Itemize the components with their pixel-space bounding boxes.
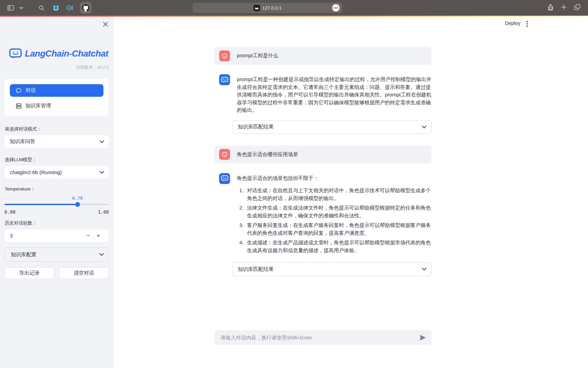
- tab-github-icon[interactable]: [80, 2, 92, 14]
- tab-favicon-bookmark-icon[interactable]: [51, 3, 60, 12]
- assistant-bubble-icon: [221, 175, 228, 182]
- nav-item-label: 对话: [26, 87, 36, 94]
- slider-thumb[interactable]: [75, 202, 80, 207]
- list-item: 法律文件生成：在生成法律文件时，角色提示可以帮助模型根据特定的任务和角色生成相应…: [245, 204, 431, 219]
- sidebar-toggle-icon[interactable]: [6, 3, 15, 12]
- send-icon[interactable]: [418, 333, 427, 342]
- main-menu-icon[interactable]: [524, 20, 530, 27]
- user-avatar: [219, 50, 230, 61]
- dialogue-mode-label: 请选择对话模式：: [4, 126, 109, 132]
- address-bar[interactable]: 127.0.0.1 •••: [193, 3, 342, 13]
- browser-toolbar: 127.0.0.1 •••: [0, 0, 588, 16]
- url-text: 127.0.0.1: [262, 5, 281, 11]
- chevron-down-icon: [100, 140, 104, 143]
- chevron-down-icon: [99, 253, 104, 256]
- share-icon[interactable]: [548, 4, 554, 12]
- nav-menu: 对话 知识库管理: [4, 79, 109, 116]
- temperature-slider[interactable]: 0.70 0.00 1.00: [4, 195, 109, 214]
- decrement-button[interactable]: −: [83, 232, 93, 239]
- search-icon[interactable]: [37, 3, 46, 12]
- sidebar-close-icon[interactable]: [102, 21, 109, 28]
- address-more-icon[interactable]: •••: [332, 4, 340, 12]
- assistant-message-text: 角色提示适合的场景包括但不限于：: [237, 174, 431, 182]
- temperature-label: Temperature：: [4, 186, 109, 192]
- user-message-text: 角色提示适合哪些应用场景: [237, 151, 298, 158]
- assistant-bubble-icon: [221, 77, 228, 83]
- chevron-down-icon[interactable]: [18, 3, 24, 12]
- database-icon: [16, 103, 22, 109]
- slider-fill: [4, 204, 78, 205]
- user-avatar: [219, 149, 230, 160]
- user-face-icon: [221, 52, 228, 59]
- assistant-scenario-list: 对话生成：在自然且与上下文相关的对话中，角色提示技术可以帮助模型生成多个角色之间…: [237, 187, 431, 254]
- assistant-message: 角色提示适合的场景包括但不限于： 对话生成：在自然且与上下文相关的对话中，角色提…: [214, 173, 431, 257]
- version-label: 当前版本：v0.2.4: [4, 65, 109, 71]
- kb-config-label: 知识库配置: [11, 251, 36, 258]
- chat-input[interactable]: [220, 335, 418, 340]
- deploy-button[interactable]: Deploy: [505, 20, 520, 26]
- temperature-min: 0.00: [4, 209, 16, 215]
- assistant-avatar: [219, 74, 230, 85]
- increment-button[interactable]: +: [93, 232, 103, 239]
- list-item: 对话生成：在自然且与上下文相关的对话中，角色提示技术可以帮助模型生成多个角色之间…: [245, 187, 431, 202]
- chat-icon: [16, 88, 22, 94]
- list-item: 生成描述：在生成产品描述或文章时，角色提示可以帮助模型根据市场代表的角色生成具有…: [245, 239, 431, 254]
- user-message-text: prompt工程是什么: [237, 52, 278, 59]
- sidebar: LangChain-Chatchat 当前版本：v0.2.4 对话 知识库管理 …: [0, 17, 114, 368]
- user-face-icon: [221, 151, 228, 158]
- user-message: prompt工程是什么: [214, 47, 431, 65]
- temperature-max: 1.00: [98, 209, 109, 215]
- new-tab-icon[interactable]: [561, 4, 567, 11]
- assistant-message-text: prompt工程是一种创建提示或指导以生成特定输出的过程，允许用户控制模型的输出…: [237, 74, 431, 114]
- app-root: 127.0.0.1 •••: [0, 0, 588, 368]
- assistant-avatar: [219, 173, 230, 184]
- chevron-down-icon: [422, 268, 426, 271]
- kb-match-label: 知识库匹配结果: [238, 124, 274, 130]
- tab-overview-icon[interactable]: [574, 4, 581, 12]
- history-rounds-value: 3: [10, 233, 83, 239]
- temperature-value: 0.70: [72, 196, 83, 201]
- nav-item-label: 知识库管理: [26, 103, 51, 109]
- user-message: 角色提示适合哪些应用场景: [214, 145, 431, 164]
- clear-dialogue-button[interactable]: 清空对话: [59, 267, 109, 279]
- history-rounds-label: 历史对话轮数：: [4, 220, 109, 226]
- assistant-message: prompt工程是一种创建提示或指导以生成特定输出的过程，允许用户控制模型的输出…: [214, 74, 431, 114]
- toolbar-divider: [28, 5, 28, 11]
- list-item: 客户服务回复生成：在生成客户服务回复时，角色提示可以帮助模型根据客户服务代表的角…: [245, 221, 431, 237]
- chat-thread: prompt工程是什么 prompt工程是一种创建提示或指导以生成特定输出的过程…: [214, 47, 431, 276]
- chat-input-bar: [214, 330, 431, 345]
- llm-model-select[interactable]: chatglm2-6b (Running): [4, 166, 109, 179]
- dialogue-mode-select[interactable]: 知识库问答: [4, 135, 109, 148]
- chevron-down-icon: [422, 126, 426, 128]
- assistant-message-body: 角色提示适合的场景包括但不限于： 对话生成：在自然且与上下文相关的对话中，角色提…: [237, 173, 431, 257]
- app-title: LangChain-Chatchat: [25, 48, 108, 59]
- export-records-button[interactable]: 导出记录: [4, 267, 54, 279]
- kb-match-expander[interactable]: 知识库匹配结果: [232, 120, 431, 134]
- history-rounds-input[interactable]: 3 − +: [4, 229, 109, 242]
- kb-match-label: 知识库匹配结果: [238, 266, 274, 273]
- streamlit-favicon: [254, 5, 260, 11]
- dialogue-mode-value: 知识库问答: [10, 138, 35, 145]
- chevron-down-icon: [100, 171, 104, 174]
- kb-match-expander[interactable]: 知识库匹配结果: [232, 262, 431, 276]
- llm-model-label: 选择LLM模型：: [4, 157, 109, 163]
- nav-item-knowledge-base[interactable]: 知识库管理: [10, 103, 103, 109]
- nav-item-dialogue[interactable]: 对话: [10, 84, 103, 97]
- tab-favicon-broadcast-icon[interactable]: [65, 3, 74, 12]
- llm-model-value: chatglm2-6b (Running): [10, 169, 62, 175]
- kb-config-expander[interactable]: 知识库配置: [4, 247, 109, 262]
- app-logo: LangChain-Chatchat: [4, 48, 109, 59]
- chat-bubble-logo-icon: [9, 48, 22, 59]
